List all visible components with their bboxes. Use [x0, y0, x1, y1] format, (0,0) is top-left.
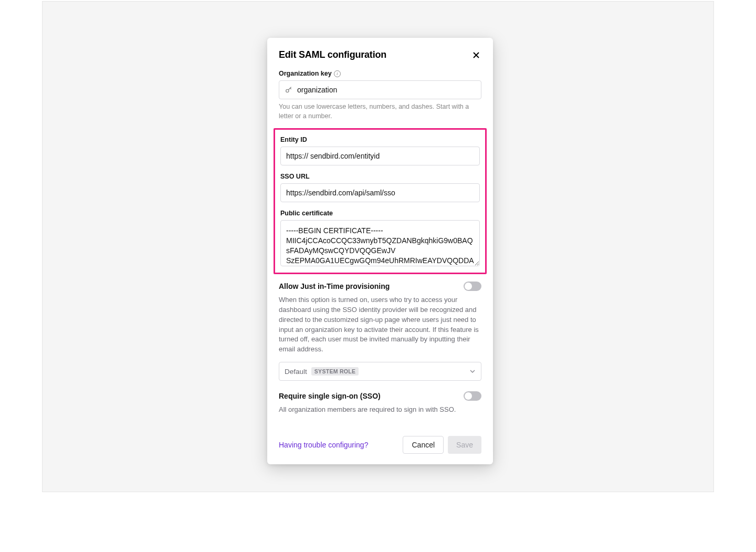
modal-header: Edit SAML configuration [279, 49, 481, 60]
entity-id-input[interactable] [286, 152, 474, 160]
sso-url-input-wrap[interactable] [280, 183, 480, 202]
app-frame: Edit SAML configuration Organization key… [42, 1, 714, 492]
chevron-down-icon [469, 368, 476, 374]
modal-footer: Having trouble configuring? Cancel Save [279, 436, 481, 454]
saml-config-modal: Edit SAML configuration Organization key… [267, 38, 493, 464]
require-sso-toggle-row: Require single sign-on (SSO) [279, 391, 481, 401]
sso-url-field: SSO URL [279, 173, 481, 202]
jit-label: Allow Just in-Time provisioning [279, 282, 390, 290]
public-cert-label: Public certificate [280, 210, 333, 217]
jit-toggle-row: Allow Just in-Time provisioning [279, 282, 481, 291]
help-link[interactable]: Having trouble configuring? [279, 441, 368, 449]
role-badge: SYSTEM ROLE [311, 367, 359, 376]
svg-point-0 [286, 89, 289, 92]
sso-url-input[interactable] [286, 189, 474, 197]
entity-id-label: Entity ID [280, 136, 307, 143]
require-sso-description: All organization members are required to… [279, 405, 481, 415]
org-key-label: Organization key [279, 70, 332, 77]
jit-toggle[interactable] [464, 282, 481, 291]
info-icon[interactable]: i [334, 70, 341, 77]
role-select-value: Default [285, 368, 307, 376]
org-key-input[interactable] [297, 86, 476, 94]
close-button[interactable] [471, 50, 481, 60]
org-key-help: You can use lowercase letters, numbers, … [279, 102, 481, 121]
require-sso-toggle[interactable] [464, 391, 481, 401]
jit-description: When this option is turned on, users who… [279, 295, 481, 355]
public-cert-textarea[interactable] [280, 220, 480, 266]
modal-title: Edit SAML configuration [279, 49, 386, 60]
cancel-button[interactable]: Cancel [403, 436, 444, 454]
idp-fields-highlight: Entity ID SSO URL Public certificate [274, 128, 487, 274]
public-cert-field: Public certificate [279, 210, 481, 268]
save-button: Save [448, 436, 481, 454]
default-role-select[interactable]: Default SYSTEM ROLE [279, 362, 481, 381]
sso-url-label: SSO URL [280, 173, 310, 180]
org-key-field: Organization key i You can use lowercase… [279, 70, 481, 121]
require-sso-label: Require single sign-on (SSO) [279, 392, 381, 400]
close-icon [472, 51, 480, 59]
org-key-input-wrap[interactable] [279, 80, 481, 99]
entity-id-input-wrap[interactable] [280, 147, 480, 165]
entity-id-field: Entity ID [279, 136, 481, 165]
key-icon [285, 86, 293, 94]
